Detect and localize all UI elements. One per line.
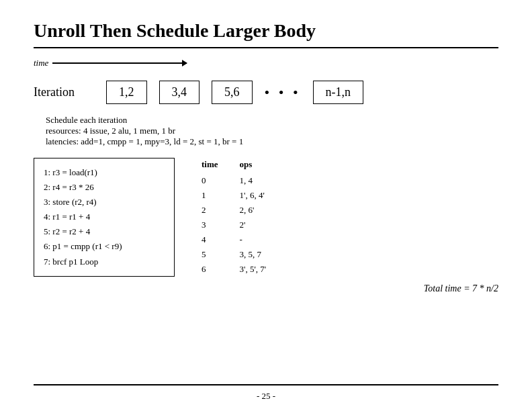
ops-val-3: 2' [240,218,267,232]
time-val-4: 4 [202,232,218,247]
time-arrow [52,62,187,64]
main-content: 1: r3 = load(r1) 2: r4 = r3 * 26 3: stor… [34,158,498,294]
ops-val-5: 3, 5, 7 [240,247,267,262]
schedule-info-line1: Schedule each iteration [46,115,498,126]
iteration-box-1: 1,2 [106,81,147,104]
iteration-row: Iteration 1,2 3,4 5,6 • • • n-1,n [34,81,498,104]
time-val-3: 3 [202,218,218,232]
schedule-info-line3: latencies: add=1, cmpp = 1, mpy=3, ld = … [46,136,498,147]
code-line-7: 7: brcf p1 Loop [44,255,165,269]
code-line-1: 1: r3 = load(r1) [44,165,165,180]
iteration-label: Iteration [34,85,94,99]
time-val-0: 0 [202,173,218,188]
top-divider [34,47,498,48]
time-val-1: 1 [202,188,218,203]
code-line-3: 3: store (r2, r4) [44,195,165,210]
ops-col-header: ops [240,158,267,172]
schedule-info: Schedule each iteration resources: 4 iss… [46,115,498,147]
slide-title: Unroll Then Schedule Larger Body [34,20,498,42]
ops-column: ops 1, 4 1', 6, 4' 2, 6' 2' - 3, 5, 7 3'… [240,158,267,277]
code-line-5: 5: r2 = r2 + 4 [44,224,165,239]
time-col-header: time [202,158,218,172]
time-val-2: 2 [202,203,218,218]
iteration-box-3: 5,6 [212,81,253,104]
ops-val-1: 1', 6, 4' [240,188,267,203]
code-line-4: 4: r1 = r1 + 4 [44,210,165,224]
time-column: time 0 1 2 3 4 5 6 [202,158,218,277]
time-label: time [34,58,48,68]
dots: • • • [265,84,301,101]
time-row: time [34,58,498,68]
ops-val-4: - [240,232,267,247]
slide: Unroll Then Schedule Larger Body time It… [0,0,532,411]
iteration-box-n: n-1,n [313,81,364,104]
bottom-divider [34,384,498,385]
ops-val-0: 1, 4 [240,173,267,188]
total-time: Total time = 7 * n/2 [202,283,498,294]
page-number: - 25 - [257,391,275,402]
ops-val-2: 2, 6' [240,203,267,218]
ops-val-6: 3', 5', 7' [240,262,267,277]
code-line-2: 2: r4 = r3 * 26 [44,180,165,195]
time-val-5: 5 [202,247,218,262]
schedule-table: time 0 1 2 3 4 5 6 ops 1, 4 1', 6, 4' 2,… [202,158,498,277]
iteration-box-2: 3,4 [159,81,200,104]
code-line-6: 6: p1 = cmpp (r1 < r9) [44,239,165,254]
schedule-info-line2: resources: 4 issue, 2 alu, 1 mem, 1 br [46,126,498,136]
code-box: 1: r3 = load(r1) 2: r4 = r3 * 26 3: stor… [34,158,175,277]
time-val-6: 6 [202,262,218,277]
